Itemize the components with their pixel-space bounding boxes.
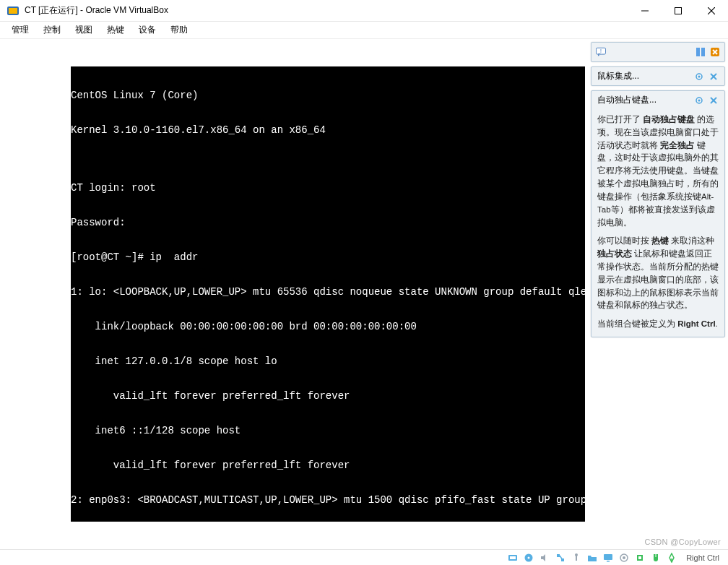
term-line: Password:	[71, 217, 585, 228]
term-line: 2: enp0s3: <BROADCAST,MULTICAST,UP,LOWER…	[71, 494, 585, 506]
term-line: valid_lft forever preferred_lft forever	[71, 460, 585, 471]
notification-panel: ! 鼠标集成...	[591, 42, 725, 337]
harddisk-icon[interactable]	[507, 552, 519, 564]
menu-control[interactable]: 控制	[36, 22, 68, 38]
mouse-capture-icon[interactable]	[650, 552, 662, 564]
text: 来取消这种	[669, 236, 714, 245]
notification-toolbar: !	[591, 42, 725, 62]
guest-terminal[interactable]: CentOS Linux 7 (Core) Kernel 3.10.0-1160…	[71, 66, 585, 522]
cpu-icon[interactable]	[634, 552, 646, 564]
menu-hotkey[interactable]: 热键	[100, 22, 131, 38]
text-bold: Right Ctrl	[677, 319, 715, 328]
minimize-button[interactable]	[628, 0, 662, 22]
term-line: link/loopback 00:00:00:00:00:00 brd 00:0…	[71, 321, 585, 332]
notification-auto-capture-keyboard: 自动独占键盘... 你已打开了 自动独占键盘 的选项。现在当该虚拟电脑窗口处于活…	[591, 90, 725, 337]
virtualbox-icon	[6, 4, 20, 18]
svg-rect-30	[604, 554, 612, 560]
pin-icon[interactable]	[694, 72, 704, 82]
svg-point-18	[698, 99, 701, 101]
menu-help[interactable]: 帮助	[163, 22, 195, 38]
text: 让鼠标和键盘返回正常操作状态。当前所分配的热键显示在虚拟电脑窗口的底部，该图标和…	[597, 249, 719, 309]
menu-devices[interactable]: 设备	[131, 22, 163, 38]
text: 当前组合键被定义为	[597, 319, 677, 328]
text-bold: 独占状态	[597, 249, 632, 258]
usb-icon[interactable]	[571, 552, 582, 564]
term-line: Kernel 3.10.0-1160.el7.x86_64 on an x86_…	[71, 124, 585, 136]
menu-bar: 管理 控制 视图 热键 设备 帮助	[0, 22, 728, 39]
term-line: inet6 ::1/128 scope host	[71, 425, 585, 436]
window-title: CT [正在运行] - Oracle VM VirtualBox	[25, 4, 168, 17]
term-line: [root@CT ~]# ip addr	[71, 251, 585, 263]
display-icon[interactable]	[602, 552, 614, 564]
text: 键盘，这时处于该虚拟电脑外的其它程序将无法使用键盘。当键盘被某个虚拟电脑独占时，…	[597, 141, 719, 227]
menu-view[interactable]: 视图	[68, 22, 100, 38]
close-all-icon[interactable]	[710, 47, 720, 57]
notification-body: 你已打开了 自动独占键盘 的选项。现在当该虚拟电脑窗口处于活动状态时就将 完全独…	[592, 109, 724, 337]
text-bold: 完全独占	[660, 141, 695, 150]
recording-icon[interactable]	[618, 552, 630, 564]
optical-drive-icon[interactable]	[523, 552, 534, 564]
term-line: valid_lft forever preferred_lft forever	[71, 390, 585, 402]
text: .	[716, 319, 718, 328]
shared-folders-icon[interactable]	[586, 552, 598, 564]
keyboard-capture-icon[interactable]	[666, 552, 677, 564]
maximize-button[interactable]	[662, 0, 695, 22]
close-icon[interactable]	[708, 72, 719, 82]
notification-title: 鼠标集成...	[597, 70, 639, 82]
svg-rect-1	[9, 8, 17, 14]
term-line: 1: lo: <LOOPBACK,UP,LOWER_UP> mtu 65536 …	[71, 286, 585, 298]
text-bold: 热键	[651, 236, 669, 245]
svg-point-24	[528, 556, 530, 558]
client-area: CentOS Linux 7 (Core) Kernel 3.10.0-1160…	[0, 39, 728, 565]
svg-rect-3	[675, 7, 682, 14]
hostkey-label: Right Ctrl	[682, 553, 724, 562]
text: 你可以随时按	[597, 236, 651, 245]
text: 你已打开了	[597, 115, 643, 124]
network-icon[interactable]	[555, 552, 566, 564]
status-tray: Right Ctrl	[507, 552, 728, 564]
term-line: inet 127.0.0.1/8 scope host lo	[71, 355, 585, 367]
notification-title: 自动独占键盘...	[597, 94, 656, 106]
svg-rect-25	[557, 554, 560, 557]
svg-rect-8	[696, 48, 700, 56]
audio-icon[interactable]	[539, 552, 550, 564]
svg-rect-31	[607, 561, 610, 562]
notification-mouse-integration: 鼠标集成...	[591, 66, 725, 86]
term-line: CentOS Linux 7 (Core)	[71, 90, 585, 101]
info-balloon-icon[interactable]: !	[596, 47, 606, 57]
svg-rect-35	[638, 556, 641, 559]
svg-rect-22	[510, 556, 516, 559]
svg-rect-29	[576, 556, 577, 561]
keep-open-icon[interactable]	[696, 47, 706, 57]
svg-rect-9	[701, 48, 705, 56]
svg-text:!: !	[600, 48, 602, 53]
menu-manage[interactable]: 管理	[4, 22, 36, 38]
term-line: CT login: root	[71, 182, 585, 194]
close-icon[interactable]	[708, 95, 719, 105]
status-bar: Right Ctrl	[0, 549, 728, 565]
pin-icon[interactable]	[694, 95, 704, 105]
svg-point-33	[623, 556, 625, 559]
close-button[interactable]	[695, 0, 728, 22]
window-titlebar: CT [正在运行] - Oracle VM VirtualBox	[0, 0, 728, 22]
text-bold: 自动独占键盘	[643, 115, 695, 124]
svg-point-14	[698, 75, 701, 77]
